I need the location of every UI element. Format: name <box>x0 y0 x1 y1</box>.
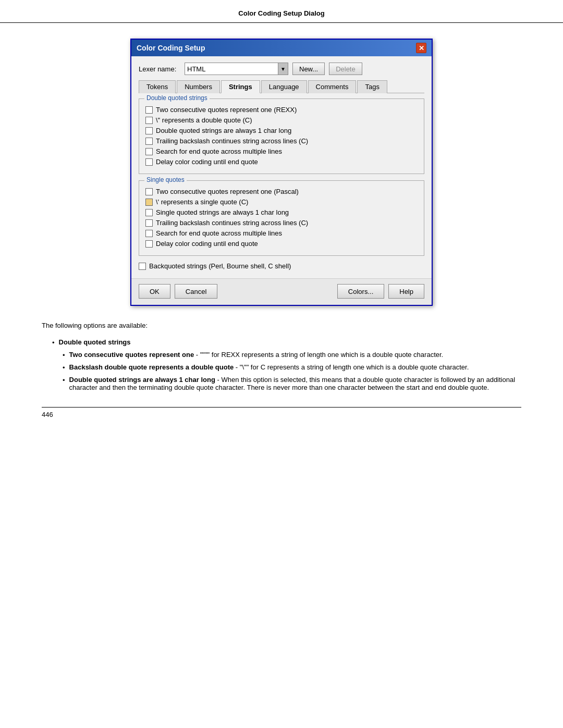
checkbox-dq-2-label: \" represents a double quote (C) <box>156 116 252 124</box>
sub-bullet-1: • Two consecutive quotes represent one -… <box>63 351 521 359</box>
checkbox-dq-3[interactable] <box>145 127 153 134</box>
checkbox-sq-3[interactable] <box>145 209 153 216</box>
checkbox-row: Delay color coding until end quote <box>145 158 418 166</box>
sub-bullet-3-text: Double quoted strings are always 1 char … <box>69 376 521 391</box>
checkbox-row: Two consecutive quotes represent one (RE… <box>145 106 418 114</box>
double-quoted-legend: Double quoted strings <box>144 94 210 102</box>
single-quotes-legend: Single quotes <box>144 176 187 183</box>
page-footer: 446 <box>42 407 521 424</box>
sub-bullet-2-text: Backslash double quote represents a doub… <box>69 363 469 371</box>
select-arrow-icon[interactable]: ▼ <box>278 63 288 75</box>
checkbox-sq-3-label: Single quoted strings are always 1 char … <box>156 208 289 216</box>
bullet-section: • Double quoted strings • Two consecutiv… <box>52 338 521 391</box>
lexer-row: Lexer name: HTML ▼ New... Delete <box>139 63 424 75</box>
checkbox-sq-1-label: Two consecutive quotes represent one (Pa… <box>156 188 299 195</box>
tab-language[interactable]: Language <box>261 80 307 93</box>
tab-tags[interactable]: Tags <box>357 80 387 93</box>
delete-button[interactable]: Delete <box>329 63 362 75</box>
bullet-dot: • <box>52 339 55 347</box>
lexer-select[interactable]: HTML ▼ <box>185 63 288 75</box>
checkbox-row: Delay color coding until end quote <box>145 240 418 248</box>
ok-button[interactable]: OK <box>139 284 170 299</box>
tab-tokens[interactable]: Tokens <box>139 80 176 93</box>
sub-bullet-2: • Backslash double quote represents a do… <box>63 363 521 372</box>
sub-bullet-dot-2: • <box>63 364 65 372</box>
checkbox-row: \' represents a single quote (C) <box>145 198 418 206</box>
tab-strings[interactable]: Strings <box>221 80 260 93</box>
checkbox-sq-6-label: Delay color coding until end quote <box>156 240 258 248</box>
backquoted-label: Backquoted strings (Perl, Bourne shell, … <box>149 262 291 270</box>
checkbox-dq-3-label: Double quoted strings are always 1 char … <box>156 127 291 134</box>
checkbox-dq-4-label: Trailing backslash continues string acro… <box>156 137 308 145</box>
help-button[interactable]: Help <box>388 284 424 299</box>
sub-bullet-dot-1: • <box>63 351 65 359</box>
sub-bullet-1-text: Two consecutive quotes represent one - "… <box>69 351 444 359</box>
new-button[interactable]: New... <box>292 63 325 75</box>
checkbox-dq-5-label: Search for end quote across multiple lin… <box>156 147 282 155</box>
checkbox-row: \" represents a double quote (C) <box>145 116 418 124</box>
lexer-select-box[interactable]: HTML <box>185 63 278 75</box>
main-bullet: • Double quoted strings <box>52 338 521 347</box>
checkbox-backquoted[interactable] <box>139 263 146 270</box>
sub-bullet-3: • Double quoted strings are always 1 cha… <box>63 376 521 391</box>
color-coding-dialog: Color Coding Setup ✕ Lexer name: HTML ▼ … <box>130 39 433 306</box>
double-quoted-group: Double quoted strings Two consecutive qu… <box>139 98 424 174</box>
close-button[interactable]: ✕ <box>416 43 426 53</box>
checkbox-row: Search for end quote across multiple lin… <box>145 147 418 155</box>
checkbox-sq-2-label: \' represents a single quote (C) <box>156 198 248 206</box>
main-bullet-label: Double quoted strings <box>59 338 131 346</box>
backquoted-row: Backquoted strings (Perl, Bourne shell, … <box>139 262 424 270</box>
checkbox-dq-6-label: Delay color coding until end quote <box>156 158 258 166</box>
intro-text: The following options are available: <box>42 320 521 331</box>
checkbox-row: Single quoted strings are always 1 char … <box>145 208 418 216</box>
checkbox-row: Search for end quote across multiple lin… <box>145 229 418 237</box>
single-quotes-group: Single quotes Two consecutive quotes rep… <box>139 180 424 256</box>
dialog-footer: OK Cancel Colors... Help <box>131 278 432 305</box>
checkbox-row: Trailing backslash continues string acro… <box>145 219 418 227</box>
checkbox-row: Trailing backslash continues string acro… <box>145 137 418 145</box>
cancel-button[interactable]: Cancel <box>175 284 217 299</box>
page-title: Color Coding Setup Dialog <box>0 0 563 23</box>
checkbox-sq-1[interactable] <box>145 188 153 195</box>
tab-numbers[interactable]: Numbers <box>177 80 220 93</box>
tabs-row: Tokens Numbers Strings Language Comments… <box>139 80 424 93</box>
checkbox-sq-4[interactable] <box>145 219 153 227</box>
lexer-value: HTML <box>187 65 205 73</box>
dialog-titlebar: Color Coding Setup ✕ <box>131 40 432 56</box>
checkbox-sq-5-label: Search for end quote across multiple lin… <box>156 229 282 237</box>
checkbox-dq-5[interactable] <box>145 148 153 155</box>
dialog-body: Lexer name: HTML ▼ New... Delete Tokens … <box>131 56 432 278</box>
checkbox-sq-4-label: Trailing backslash continues string acro… <box>156 219 308 227</box>
tab-comments[interactable]: Comments <box>308 80 357 93</box>
sub-bullet-dot-3: • <box>63 376 65 384</box>
colors-button[interactable]: Colors... <box>337 284 384 299</box>
checkbox-dq-1-label: Two consecutive quotes represent one (RE… <box>156 106 297 114</box>
checkbox-sq-5[interactable] <box>145 230 153 237</box>
checkbox-sq-2[interactable] <box>145 199 153 206</box>
checkbox-row: Double quoted strings are always 1 char … <box>145 127 418 134</box>
lexer-label: Lexer name: <box>139 65 180 73</box>
checkbox-dq-2[interactable] <box>145 117 153 124</box>
checkbox-dq-6[interactable] <box>145 158 153 166</box>
checkbox-dq-1[interactable] <box>145 106 153 114</box>
dialog-wrapper: Color Coding Setup ✕ Lexer name: HTML ▼ … <box>42 39 521 306</box>
checkbox-row: Two consecutive quotes represent one (Pa… <box>145 188 418 195</box>
checkbox-sq-6[interactable] <box>145 240 153 248</box>
dialog-title: Color Coding Setup <box>137 44 205 52</box>
checkbox-dq-4[interactable] <box>145 138 153 145</box>
